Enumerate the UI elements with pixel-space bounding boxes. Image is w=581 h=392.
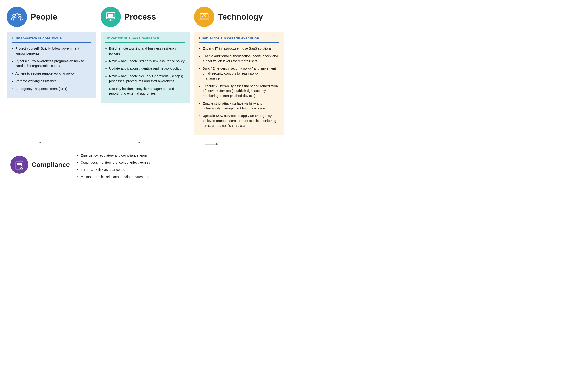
- headers-row: People Process: [7, 7, 284, 27]
- people-card: Human-safety is core focus Protect yours…: [7, 31, 96, 98]
- svg-point-1: [12, 14, 15, 17]
- compliance-svg-icon: [14, 159, 25, 170]
- list-item: Execute vulnerability assessment and rem…: [199, 84, 279, 98]
- people-svg-icon: [11, 11, 23, 23]
- list-item: Enable additional authentication, health…: [199, 54, 279, 63]
- updown-arrow-left: ↕: [38, 139, 42, 148]
- technology-card-list: Expand IT infrastructure – use SaaS solu…: [199, 46, 279, 128]
- list-item: Emergency Response Team (ERT): [12, 86, 92, 91]
- list-item: Cybersecurity awareness programs on how …: [12, 58, 92, 68]
- lower-section: ↕: [7, 139, 284, 182]
- lower-mid: ↕ • Emergency regulatory and compliance …: [74, 139, 205, 182]
- list-item: Expand IT infrastructure – use SaaS solu…: [199, 46, 279, 51]
- list-item: Protect yourself! Strictly follow govern…: [12, 46, 92, 56]
- compliance-items-list: • Emergency regulatory and compliance te…: [74, 151, 205, 182]
- technology-svg-icon: [198, 11, 210, 23]
- compliance-icon-circle: [10, 156, 28, 174]
- header-people: People: [7, 7, 96, 27]
- svg-line-18: [204, 15, 206, 17]
- compliance-list-item: • Maintain Public Relations, media updat…: [77, 174, 205, 179]
- technology-header-title: Technology: [218, 12, 263, 22]
- process-card-list: Build remote working and business resili…: [106, 46, 185, 96]
- compliance-list-item: • Continuous monitoring of control effec…: [77, 160, 205, 165]
- page-wrapper: People Process: [7, 7, 284, 182]
- compliance-title: Compliance: [32, 161, 70, 168]
- process-card-heading: Driver for business resiliency: [106, 36, 185, 43]
- list-item: Update applications, identitie and netwo…: [106, 66, 185, 71]
- compliance-block: Compliance: [7, 152, 74, 177]
- svg-point-0: [15, 13, 18, 16]
- people-header-title: People: [31, 12, 57, 22]
- header-technology: Technology: [194, 7, 284, 27]
- technology-card-heading: Enabler for successful execution: [199, 36, 279, 43]
- technology-card: Enabler for successful execution Expand …: [194, 31, 284, 135]
- svg-marker-28: [216, 143, 218, 146]
- svg-point-2: [19, 14, 21, 17]
- list-item: Review and update Security Operations (S…: [106, 74, 185, 84]
- right-arrow-svg: [205, 141, 218, 148]
- lower-left: ↕: [7, 139, 74, 177]
- list-item: Adhere to secure remote working policy: [12, 71, 92, 76]
- process-icon-circle: [100, 7, 121, 27]
- compliance-list-item: • Emergency regulatory and compliance te…: [77, 153, 205, 158]
- list-item: Review and update 3rd party risk assuran…: [106, 58, 185, 63]
- header-process: Process: [100, 7, 190, 27]
- list-item: Upscale SOC services to apply an emergen…: [199, 113, 279, 128]
- people-icon-circle: [7, 7, 27, 27]
- updown-arrow-mid: ↕: [137, 139, 141, 148]
- list-item: Build remote working and business resili…: [106, 46, 185, 56]
- process-card: Driver for business resiliency Build rem…: [100, 31, 190, 103]
- list-item: Remote working assistance: [12, 79, 92, 84]
- process-header-title: Process: [124, 12, 156, 22]
- compliance-list-item: • Third-party risk assurance team: [77, 167, 205, 172]
- list-item: Enable strict attack surface visibility …: [199, 101, 279, 111]
- technology-icon-circle: [194, 7, 214, 27]
- svg-line-17: [202, 15, 204, 17]
- list-item: Build "Emergency security policy" and im…: [199, 66, 279, 81]
- right-arrow-container: [205, 139, 218, 148]
- people-card-list: Protect yourself! Strictly follow govern…: [12, 46, 92, 91]
- process-svg-icon: [104, 11, 117, 23]
- cards-row: Human-safety is core focus Protect yours…: [7, 31, 284, 135]
- list-item: Security incident lifecycle management a…: [106, 86, 185, 96]
- svg-rect-10: [200, 13, 208, 19]
- people-card-heading: Human-safety is core focus: [12, 36, 92, 43]
